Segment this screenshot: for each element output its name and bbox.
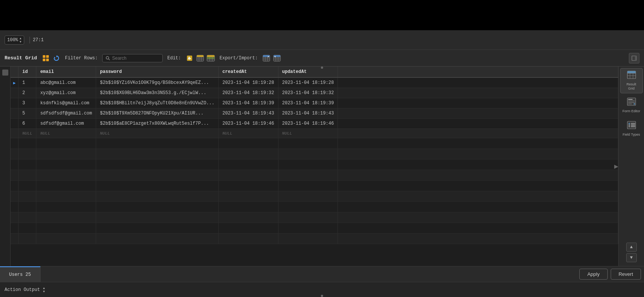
cell-password[interactable]: $2b$10$T9Xm5D827ONFOpyKU21Xpu/AI1UR... (96, 108, 218, 119)
cell-extra (338, 129, 618, 138)
null-cell-updatedat: NULL (278, 129, 338, 138)
form-editor-sidebar-label: Form Editor (622, 109, 640, 113)
cell-updatedat[interactable]: 2023-11-04 18:19:32 (278, 88, 338, 98)
col-header-createdat[interactable]: createdAt (218, 67, 278, 77)
empty-row (11, 202, 618, 212)
search-box[interactable] (102, 54, 163, 62)
field-types-sidebar-btn[interactable]: Field Types (620, 118, 643, 140)
svg-rect-12 (197, 55, 204, 57)
row-indicator (2, 70, 8, 76)
table-row[interactable]: 3 ksdnfkls@gmail.com $2b$10$HBiltn7eijJ8… (11, 98, 618, 108)
filter-rows-label: Filter Rows: (65, 56, 98, 61)
svg-marker-4 (54, 57, 56, 58)
export-label: Export/Import: (219, 56, 258, 61)
zoom-value: 100% (7, 37, 18, 43)
grid-icon[interactable] (42, 54, 50, 62)
grid-icons (42, 54, 61, 62)
cell-updatedat[interactable]: 2023-11-04 18:19:39 (278, 98, 338, 108)
null-row: NULL NULL NULL NULL NULL (11, 129, 618, 138)
apply-revert-group: Apply Revert (579, 266, 644, 282)
zoom-toolbar: 100% ▲ ▼ 27:1 (0, 30, 644, 50)
row-arrow (11, 129, 19, 138)
null-cell-id: NULL (19, 129, 36, 138)
apply-button[interactable]: Apply (579, 269, 608, 280)
table-row[interactable]: 6 sdfsdf@gmail.com $2b$10$aE8CP1azget7x8… (11, 119, 618, 129)
scroll-dot-bottom (321, 295, 323, 297)
sidebar-nav-arrows: ▲ ▼ (626, 243, 637, 262)
cell-extra (338, 108, 618, 119)
svg-rect-48 (628, 101, 635, 101)
cell-password[interactable]: $2b$10$YZi6VKo1O0K79gq/BS8bcexAY9qeEZ... (96, 77, 218, 88)
edit-icons (185, 54, 215, 62)
sidebar-toggle[interactable] (629, 53, 639, 63)
revert-button[interactable]: Revert (611, 269, 641, 280)
cell-email[interactable]: abc@gmail.com (36, 77, 96, 88)
search-input[interactable] (112, 56, 157, 61)
cell-extra (338, 77, 618, 88)
edit-pencil-icon[interactable] (185, 54, 194, 62)
empty-row (11, 159, 618, 170)
users-tab-label: Users 25 (9, 272, 31, 277)
refresh-icon[interactable] (52, 54, 61, 62)
cell-createdat[interactable]: 2023-11-04 18:19:32 (218, 88, 278, 98)
cell-password[interactable]: $2b$10$HBiltn7eijJ8yqZuTt0D8e8nEn9UVwZO.… (96, 98, 218, 108)
cell-password[interactable]: $2b$10$XG9BLH6Daw3m3n3NS53.g./ECjwlW... (96, 88, 218, 98)
table-wrapper[interactable]: id email password createdAt updatedAt ▶ … (11, 67, 618, 266)
cell-id[interactable]: 2 (19, 88, 36, 98)
main-area: id email password createdAt updatedAt ▶ … (0, 67, 644, 266)
row-arrow (11, 108, 19, 119)
cell-id[interactable]: 3 (19, 98, 36, 108)
col-header-id[interactable]: id (19, 67, 36, 77)
cell-email[interactable]: xyz@gmail.com (36, 88, 96, 98)
result-grid-sidebar-btn[interactable]: ResultGrid (620, 68, 643, 93)
import-icon[interactable] (273, 54, 281, 62)
action-output-bar: Action Output ▲ ▼ (0, 282, 644, 297)
cell-updatedat[interactable]: 2023-11-04 18:19:28 (278, 77, 338, 88)
result-grid-label: Result Grid (5, 55, 37, 61)
cell-email[interactable]: sdfsdfsdf@gmail.com (36, 108, 96, 119)
cell-createdat[interactable]: 2023-11-04 18:19:46 (218, 119, 278, 129)
cell-email[interactable]: ksdnfkls@gmail.com (36, 98, 96, 108)
zoom-arrows[interactable]: ▲ ▼ (20, 37, 22, 43)
field-types-sidebar-icon (627, 121, 636, 131)
cell-updatedat[interactable]: 2023-11-04 18:19:43 (278, 108, 338, 119)
cell-createdat[interactable]: 2023-11-04 18:19:43 (218, 108, 278, 119)
chevron-right-icon[interactable]: ▶ (614, 162, 618, 170)
null-cell-password: NULL (96, 129, 218, 138)
table-row[interactable]: ▶ 1 abc@gmail.com $2b$10$YZi6VKo1O0K79gq… (11, 77, 618, 88)
data-table: id email password createdAt updatedAt ▶ … (11, 67, 618, 244)
cell-id[interactable]: 1 (19, 77, 36, 88)
table-row[interactable]: 2 xyz@gmail.com $2b$10$XG9BLH6Daw3m3n3NS… (11, 88, 618, 98)
edit-table-icon[interactable] (196, 54, 204, 62)
action-output-arrows[interactable]: ▲ ▼ (43, 286, 45, 293)
export-icon[interactable] (262, 54, 271, 62)
cursor-position: 27:1 (30, 37, 47, 43)
form-editor-sidebar-btn[interactable]: Form Editor (620, 94, 643, 117)
cell-email[interactable]: sdfsdf@gmail.com (36, 119, 96, 129)
col-header-password[interactable]: password (96, 67, 218, 77)
cell-createdat[interactable]: 2023-11-04 18:19:39 (218, 98, 278, 108)
cell-id[interactable]: 5 (19, 108, 36, 119)
sidebar-down-arrow[interactable]: ▼ (626, 253, 637, 262)
sidebar-up-arrow[interactable]: ▲ (626, 243, 637, 252)
users-tab[interactable]: Users 25 (0, 266, 40, 282)
table-row[interactable]: 5 sdfsdfsdf@gmail.com $2b$10$T9Xm5D827ON… (11, 108, 618, 119)
col-header-updatedat[interactable]: updatedAt (278, 67, 338, 77)
cell-id[interactable]: 6 (19, 119, 36, 129)
svg-point-53 (628, 123, 630, 124)
cell-updatedat[interactable]: 2023-11-04 18:19:46 (278, 119, 338, 129)
svg-point-55 (628, 126, 630, 127)
bottom-tabs: Users 25 Apply Revert (0, 266, 644, 282)
cell-password[interactable]: $2b$10$aE8CP1azget7x80XWLwqRut5eslf7P... (96, 119, 218, 129)
action-output-label: Action Output (5, 287, 40, 292)
cell-extra (338, 98, 618, 108)
cell-createdat[interactable]: 2023-11-04 18:19:28 (218, 77, 278, 88)
col-header-email[interactable]: email (36, 67, 96, 77)
row-arrow (11, 119, 19, 129)
scroll-dot-top (321, 67, 323, 69)
edit-rows-icon[interactable] (207, 54, 215, 62)
zoom-control[interactable]: 100% ▲ ▼ (5, 36, 24, 45)
null-cell-email: NULL (36, 129, 96, 138)
svg-rect-50 (628, 104, 632, 104)
col-header-empty (11, 67, 19, 77)
